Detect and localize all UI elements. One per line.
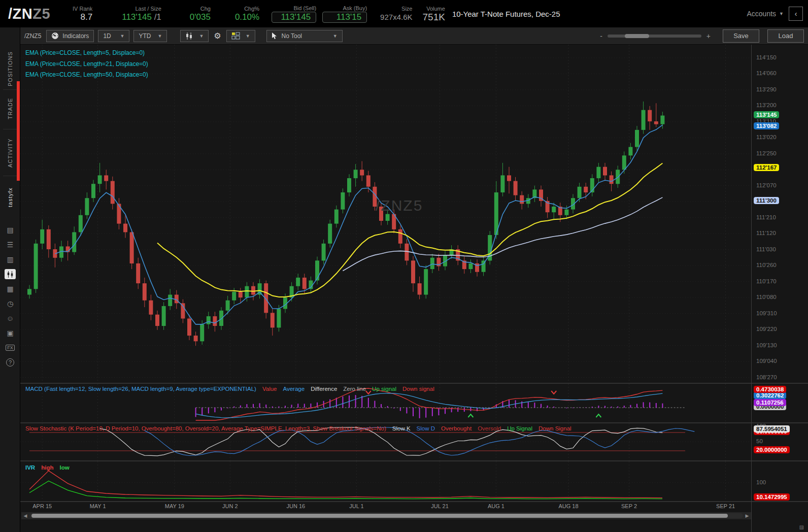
axis-tick: 111'120 (756, 230, 776, 236)
legend-item: Value (262, 386, 277, 392)
active-tab-indicator (17, 81, 20, 181)
last-price: 113'145 (122, 12, 152, 22)
chevron-down-icon: ▼ (157, 34, 162, 39)
chevron-left-icon: ‹ (795, 10, 797, 18)
legend-item: Slow D (417, 425, 435, 431)
load-button[interactable]: Load (767, 29, 804, 43)
legend-item: Overbought (441, 425, 472, 431)
iv-rank-value: 8.7 (81, 12, 93, 22)
ema21-legend-line[interactable]: EMA (Price=CLOSE, Length=21, Displace=0) (25, 59, 148, 70)
axis-tick: 109'220 (756, 326, 777, 332)
scroll-left-arrow[interactable]: ◀ (21, 512, 29, 519)
chart-settings-button[interactable]: ⚙ (213, 31, 222, 41)
axis-price-badge: 0.1107256 (754, 399, 786, 406)
last-size-field: Last / Size 113'145 /1 (122, 6, 161, 22)
apps-grid-icon[interactable]: ▦ (0, 282, 20, 295)
chart-symbol-label: /ZNZ5 (24, 32, 41, 40)
x-axis-label: JUN 2 (222, 503, 238, 509)
chart-icon[interactable] (0, 268, 20, 281)
zoom-slider[interactable] (608, 35, 701, 38)
accounts-menu[interactable]: Accounts▼ (747, 10, 784, 18)
zoom-slider-handle[interactable] (625, 34, 649, 38)
history-icon[interactable]: ◷ (0, 297, 20, 310)
watchlist-icon[interactable]: ☰ (0, 238, 20, 251)
range-dropdown[interactable]: YTD▼ (133, 30, 167, 42)
x-axis-label: AUG 18 (558, 503, 578, 509)
axis-price-badge: 113'145 (754, 111, 779, 118)
scroll-right-arrow[interactable]: ▶ (743, 512, 751, 519)
gear-icon: ⚙ (214, 31, 221, 40)
legend-item: Up Signal (507, 425, 532, 431)
sidebar-tab-tastyfx[interactable]: tastyfx (0, 181, 20, 214)
bid-field: Bid (Sell) 113'145 (272, 5, 316, 23)
size-value: 927x4.6K (380, 12, 412, 22)
ask-field: Ask (Buy) 113'15 (322, 5, 367, 23)
chevron-down-icon: ▼ (333, 34, 338, 39)
chevron-down-icon: ▼ (199, 34, 204, 39)
follow-traders-icon[interactable]: ☺ (0, 312, 20, 325)
save-button[interactable]: Save (723, 29, 759, 43)
timeframe-dropdown[interactable]: 1D▼ (98, 30, 129, 42)
quote-header: /ZNZ5 IV Rank 8.7 Last / Size 113'145 /1… (0, 0, 808, 27)
chevron-down-icon: ▼ (246, 34, 250, 39)
legend-item: Slow K (392, 425, 411, 431)
chart-area: /ZNZ5 EMA (Price=CLOSE, Length=5, Displa… (20, 45, 808, 532)
legend-item: Difference (311, 386, 337, 392)
chg-value: 0'035 (190, 12, 211, 22)
ivr-legend[interactable]: IVRhighlow (25, 464, 70, 471)
futures-fx-icon[interactable]: FX (0, 341, 20, 354)
legend-item: high (41, 464, 53, 471)
indicators-button[interactable]: Indicators (46, 30, 94, 42)
axis-tick: 100 (756, 479, 766, 485)
chg-field: Chg 0'035 (190, 6, 211, 22)
ask-button[interactable]: 113'15 (322, 12, 367, 23)
axis-tick: 110'260 (756, 262, 777, 268)
zoom-in-button[interactable]: + (706, 32, 711, 40)
macd-legend[interactable]: MACD (Fast length=12, Slow length=26, MA… (25, 386, 434, 392)
legend-item: MACD (Fast length=12, Slow length=26, MA… (25, 386, 256, 392)
x-axis-label: APR 15 (32, 503, 52, 509)
legend-item: Zero line (343, 386, 366, 392)
ema5-legend-line[interactable]: EMA (Price=CLOSE, Length=5, Displace=0) (25, 48, 148, 59)
bid-button[interactable]: 113'145 (272, 12, 316, 23)
axis-tick: 112'250 (756, 150, 777, 156)
layout-dropdown[interactable]: ▼ (226, 30, 255, 42)
scrollbar-track[interactable] (29, 513, 743, 518)
axis-tick: 113'020 (756, 134, 777, 140)
axis-price-badge: 113'082 (754, 122, 779, 129)
legend-item: Down signal (402, 386, 434, 392)
journal-icon[interactable]: ▤ (0, 223, 20, 237)
axis-price-badge: 20.0000000 (754, 446, 790, 453)
x-axis-label: JUL 1 (349, 503, 363, 509)
candlestick-icon (185, 32, 193, 40)
axis-price-badge: 0.4730038 (754, 386, 786, 393)
orders-icon[interactable]: ▥ (0, 253, 20, 266)
scrollbar-thumb[interactable] (31, 514, 728, 518)
collapse-panel-button[interactable]: ‹ (789, 7, 803, 21)
ema-legend: EMA (Price=CLOSE, Length=5, Displace=0) … (25, 48, 148, 81)
watermark: /ZNZ5 (376, 197, 423, 214)
legend-item: Down Signal (538, 425, 571, 431)
ivr-pane-canvas[interactable] (20, 461, 751, 502)
axis-price-badge: 0.3022762 (754, 392, 786, 399)
price-axis[interactable]: 114'150114'060113'290113'200113'110113'0… (751, 45, 808, 532)
help-icon[interactable]: ? (0, 356, 20, 369)
axis-price-badge: 112'167 (754, 164, 779, 171)
ema50-legend-line[interactable]: EMA (Price=CLOSE, Length=50, Displace=0) (25, 70, 148, 81)
x-axis-label: JUL 21 (431, 503, 448, 509)
x-axis-label: JUN 16 (287, 503, 306, 509)
legend-item: Average (283, 386, 305, 392)
x-axis: APR 15MAY 1MAY 19JUN 2JUN 16JUL 1JUL 21A… (20, 502, 751, 511)
drawing-tool-dropdown[interactable]: No Tool ▼ (266, 30, 343, 42)
axis-tick: 111'210 (756, 214, 776, 220)
calendar-icon[interactable]: ▣ (0, 326, 20, 340)
axis-price-badge: 87.5954051 (754, 425, 790, 433)
axis-tick: 111'030 (756, 246, 776, 252)
zoom-out-button[interactable]: - (600, 32, 602, 40)
size-field: Size 927x4.6K (380, 6, 412, 22)
chart-style-dropdown[interactable]: ▼ (180, 30, 209, 42)
axis-tick: 109'130 (756, 342, 777, 348)
legend-item: IVR (25, 464, 35, 471)
chart-scrollbar[interactable]: ◀ ▶ (21, 512, 751, 519)
stochastic-legend[interactable]: Slow Stochastic (K Period=10, D Period=1… (25, 425, 571, 431)
